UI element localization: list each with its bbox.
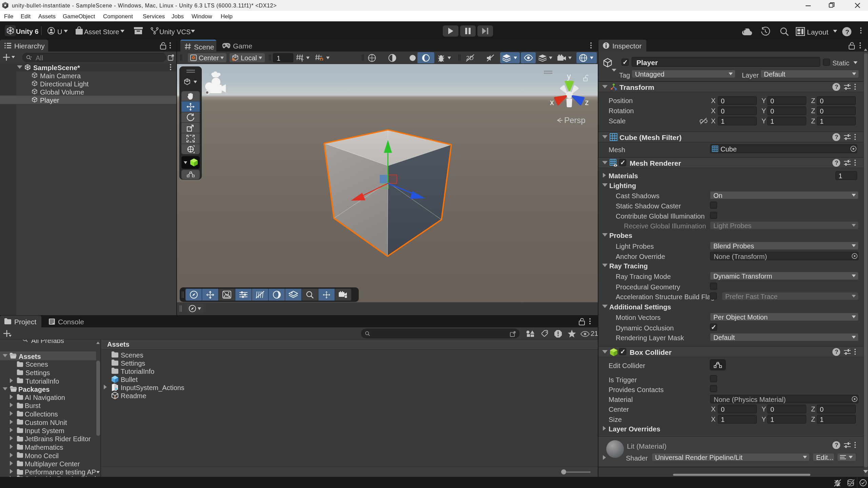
- svg-text:y: y: [567, 72, 571, 81]
- svg-text:Persp: Persp: [564, 116, 586, 125]
- svg-text:{}: {}: [114, 395, 117, 399]
- svg-text:x: x: [550, 98, 554, 107]
- svg-text:z: z: [585, 98, 589, 107]
